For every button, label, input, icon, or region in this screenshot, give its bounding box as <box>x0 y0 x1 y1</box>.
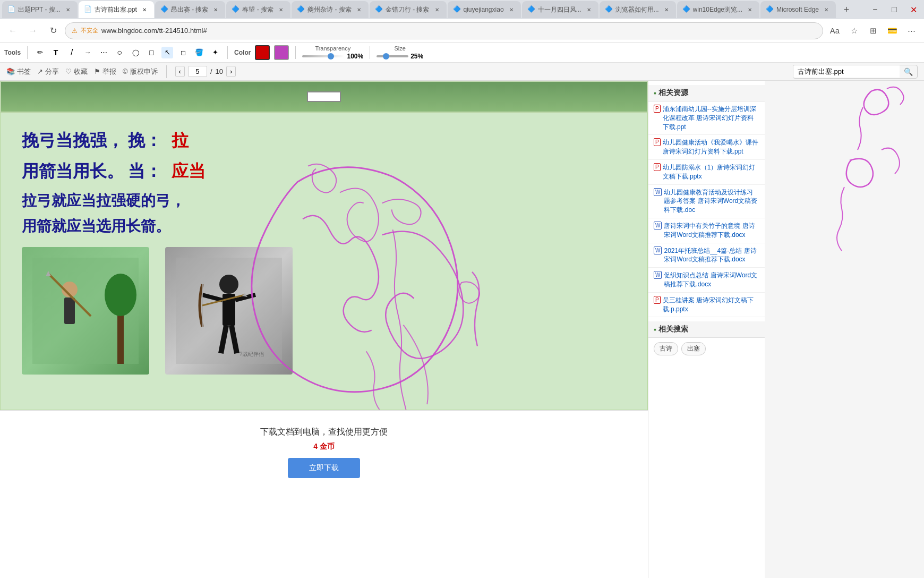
oval-tool-button[interactable]: ◯ <box>130 47 141 58</box>
sidebar-item-1[interactable]: P 幼儿园健康活动《我爱喝水》课件 唐诗宋词幻灯片资料下载.ppt <box>648 135 765 160</box>
tab-1-favicon: 📄 <box>7 5 16 14</box>
tab-8[interactable]: 🔷 十一月四日风... ✕ <box>522 1 598 18</box>
transparency-label: Transparency <box>315 45 350 52</box>
doc-toolbar-divider <box>166 65 167 78</box>
tab-4-close[interactable]: ✕ <box>277 5 285 14</box>
more-tool-button[interactable]: ⋯ <box>98 47 109 58</box>
close-window-button[interactable]: ✕ <box>905 1 922 18</box>
tab-2-close[interactable]: ✕ <box>140 5 149 14</box>
collections-button[interactable]: ⊞ <box>865 22 882 39</box>
size-slider-thumb[interactable] <box>383 53 389 60</box>
new-tab-button[interactable]: + <box>839 2 854 17</box>
minimize-button[interactable]: − <box>867 1 884 18</box>
tab-3-close[interactable]: ✕ <box>211 5 220 14</box>
doc-search-button[interactable]: 🔍 <box>900 65 917 78</box>
tag-1[interactable]: 出塞 <box>681 342 706 355</box>
tab-9-close[interactable]: ✕ <box>662 5 671 14</box>
tab-11-close[interactable]: ✕ <box>822 5 831 14</box>
transparency-slider-thumb[interactable] <box>328 53 334 60</box>
rect-tool-button[interactable]: □ <box>146 47 157 58</box>
collect-action[interactable]: ♡ 收藏 <box>65 67 88 76</box>
tab-2[interactable]: 📄 古诗前出塞.ppt ✕ <box>79 1 154 18</box>
back-button[interactable]: ← <box>4 22 21 39</box>
collect-label: 收藏 <box>74 67 88 76</box>
size-value: 25% <box>410 53 423 60</box>
url-bar[interactable]: ⚠ 不安全 www.bingdoc.com/tt-214510.html# <box>65 22 823 39</box>
favorites-button[interactable]: ☆ <box>845 22 862 39</box>
next-page-button[interactable]: › <box>226 66 236 77</box>
drawing-toolbar: Tools ✏ T / → ⋯ ○ ◯ □ ↖ ◻ 🪣 ✦ Color Tran… <box>0 42 924 63</box>
reader-mode-button[interactable]: Aa <box>826 22 843 39</box>
share-action[interactable]: ↗ 分享 <box>37 67 59 76</box>
tab-9-favicon: 🔷 <box>605 5 613 14</box>
bookmark-action[interactable]: 📚 书签 <box>6 67 31 76</box>
text-tool-button[interactable]: T <box>50 47 62 58</box>
sidebar-item-5[interactable]: W 2021年托班总结__4篇-总结 唐诗宋词Word文稿推荐下载.docx <box>648 243 765 268</box>
bookmark-icon: 📚 <box>6 67 15 75</box>
color-purple-swatch[interactable] <box>274 45 289 60</box>
forward-button[interactable]: → <box>24 22 41 39</box>
tab-10-close[interactable]: ✕ <box>746 5 754 14</box>
doc-search-input[interactable] <box>793 65 900 78</box>
sidebar-item-7[interactable]: P 吴三桂讲案 唐诗宋词幻灯文稿下载.p.pptx <box>648 293 765 318</box>
tab-5[interactable]: 🔷 夔州杂诗 - 搜索 ✕ <box>292 1 369 18</box>
sidebar-item-4-text: 唐诗宋词中有关竹子的意境 唐诗宋词Word文稿推荐下载.docx <box>664 222 759 240</box>
report-label: 举报 <box>102 67 116 76</box>
size-slider-track[interactable] <box>377 55 408 57</box>
tab-9[interactable]: 🔷 浏览器如何用... ✕ <box>600 1 676 18</box>
sidebar-item-2[interactable]: P 幼儿园防溺水（1）唐诗宋词幻灯文稿下载.pptx <box>648 160 765 185</box>
tab-7[interactable]: 🔷 qiuyejiangxiao ✕ <box>448 1 521 18</box>
tab-4[interactable]: 🔷 春望 - 搜索 ✕ <box>226 1 290 18</box>
tab-1-close[interactable]: ✕ <box>64 5 72 14</box>
sidebar-item-6[interactable]: W 促织知识点总结 唐诗宋词Word文稿推荐下载.docx <box>648 268 765 293</box>
tab-5-favicon: 🔷 <box>297 5 305 14</box>
sidebar-item-4[interactable]: W 唐诗宋词中有关竹子的意境 唐诗宋词Word文稿推荐下载.docx <box>648 218 765 243</box>
tab-8-close[interactable]: ✕ <box>585 5 593 14</box>
tab-10-favicon: 🔷 <box>682 5 691 14</box>
security-label: 不安全 <box>81 27 98 35</box>
arrow-tool-button[interactable]: → <box>82 47 93 58</box>
page-navigation: ‹ / 10 › <box>175 66 236 77</box>
settings-button[interactable]: ⋯ <box>903 22 920 39</box>
tab-10[interactable]: 🔷 win10Edge浏览... ✕ <box>677 1 759 18</box>
circle-tool-button[interactable]: ○ <box>114 47 125 58</box>
tab-4-favicon: 🔷 <box>232 5 240 14</box>
tab-11-title: Microsoft Edge <box>776 6 819 13</box>
fill-tool-button[interactable]: 🪣 <box>193 47 205 58</box>
extra-tool-button[interactable]: ✦ <box>209 47 221 58</box>
page-content: 挽弓当挽强， 挽： 拉 用箭当用长。 当： 应当 拉弓就应当拉强硬的弓， 用箭就… <box>0 81 648 578</box>
restore-button[interactable]: □ <box>886 1 903 18</box>
tag-0[interactable]: 古诗 <box>654 342 678 355</box>
tab-6-close[interactable]: ✕ <box>433 5 441 14</box>
download-button[interactable]: 立即下载 <box>288 458 360 478</box>
pen-tool-button[interactable]: ✏ <box>34 47 46 58</box>
edge-wallet-button[interactable]: 💳 <box>884 22 901 39</box>
tab-4-title: 春望 - 搜索 <box>242 5 273 14</box>
prev-page-button[interactable]: ‹ <box>175 66 185 77</box>
tab-5-close[interactable]: ✕ <box>355 5 363 14</box>
related-resources-title: ▪ 相关资源 <box>648 85 765 101</box>
copyright-action[interactable]: © 版权申诉 <box>123 67 158 76</box>
sidebar-item-3[interactable]: W 幼儿园健康教育活动及设计练习题参考答案 唐诗宋词Word文稿资料下载.doc <box>648 185 765 218</box>
reload-button[interactable]: ↻ <box>45 22 62 39</box>
tab-8-title: 十一月四日风... <box>538 5 581 14</box>
related-resources-label: 相关资源 <box>658 88 688 98</box>
report-action[interactable]: ⚑ 举报 <box>94 67 116 76</box>
sidebar-item-0[interactable]: P 浦东浦南幼儿园--实施分层培训深化课程改革 唐诗宋词幻灯片资料下载.ppt <box>648 101 765 135</box>
tab-3-title: 昂出赛 - 搜索 <box>171 5 209 14</box>
tab-7-close[interactable]: ✕ <box>507 5 516 14</box>
collect-icon: ♡ <box>65 67 72 75</box>
tab-3[interactable]: 🔷 昂出赛 - 搜索 ✕ <box>155 1 226 18</box>
tab-1[interactable]: 📄 出题PPT - 搜... ✕ <box>2 1 78 18</box>
eraser-tool-button[interactable]: ◻ <box>177 47 189 58</box>
coins-value: 4 金币 <box>313 442 335 450</box>
tab-6[interactable]: 🔷 金错刀行 - 搜索 ✕ <box>370 1 447 18</box>
tab-1-title: 出题PPT - 搜... <box>18 5 61 14</box>
transparency-slider-track[interactable] <box>302 55 345 57</box>
color-red-swatch[interactable] <box>255 45 270 60</box>
tab-11[interactable]: 🔷 Microsoft Edge ✕ <box>760 1 836 18</box>
page-number-input[interactable] <box>188 66 207 77</box>
share-label: 分享 <box>45 67 59 76</box>
cursor-tool-button[interactable]: ↖ <box>161 47 173 58</box>
line-tool-button[interactable]: / <box>66 47 78 58</box>
